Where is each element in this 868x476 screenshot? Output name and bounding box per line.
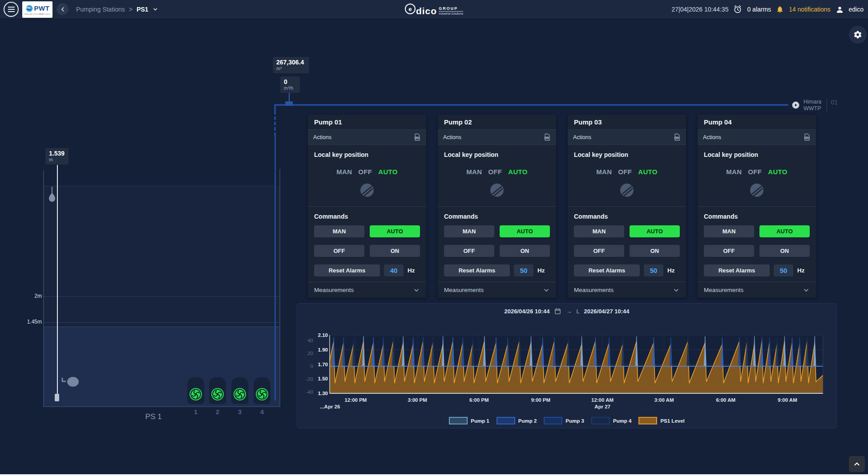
off-command-button[interactable]: OFF [574,245,624,257]
header-right: 27|04|2026 10:44:35 0 alarms 14 notifica… [671,0,864,19]
commands-title: Commands [704,213,810,220]
actions-label: Actions [443,134,461,140]
export-xls-icon[interactable]: XLS [803,133,811,141]
export-xls-icon[interactable]: XLS [543,133,551,141]
key-man: MAN [336,168,352,176]
measurements-expander[interactable]: Measurements [308,282,426,298]
legend-item[interactable]: Pump 3 [544,417,584,424]
man-command-button[interactable]: MAN [314,225,364,237]
legend-item[interactable]: Pump 1 [449,417,489,424]
tank-mark-145m: 1.45m [18,319,42,325]
reset-alarms-button[interactable]: Reset Alarms [574,264,640,276]
on-command-button[interactable]: ON [630,245,680,257]
export-xls-icon[interactable]: XLS [673,133,681,141]
pump-card-title: Pump 01 [308,115,426,130]
legend-label: Pump 3 [565,418,584,424]
key-off: OFF [748,168,762,176]
key-off: OFF [488,168,502,176]
pipe-corner [274,104,276,111]
chevron-down-icon[interactable] [152,6,158,12]
legend-item[interactable]: PS1 Level [638,417,684,424]
scroll-to-top-button[interactable] [849,456,865,472]
key-disabled-icon [704,182,810,198]
settings-button[interactable] [849,26,867,44]
hz-unit-label: Hz [537,267,545,274]
reset-alarms-button[interactable]: Reset Alarms [314,264,380,276]
svg-text:2.10: 2.10 [318,332,328,338]
frequency-input[interactable]: 40 [384,264,404,276]
key-auto-active: AUTO [638,168,657,176]
on-command-button[interactable]: ON [759,245,810,257]
svg-text:9:00 AM: 9:00 AM [778,397,797,403]
destination-code: 01 [831,99,838,106]
pump-unit-2 [209,377,226,404]
frequency-input[interactable]: 50 [774,264,793,276]
reset-alarms-button[interactable]: Reset Alarms [444,264,510,276]
key-disabled-icon [574,182,680,198]
alarm-clock-icon[interactable] [733,5,742,14]
pump-number: 3 [231,408,248,416]
key-auto-active: AUTO [768,168,787,176]
svg-text:40: 40 [307,338,313,343]
svg-text:1.90: 1.90 [318,347,328,352]
alarms-count[interactable]: 0 alarms [747,6,771,13]
edico-e-mark: e [405,4,416,14]
fan-running-icon [255,388,269,401]
on-command-button[interactable]: ON [370,245,420,257]
tank-mark-2m: 2m [18,293,42,299]
man-command-button[interactable]: MAN [704,225,754,237]
key-man: MAN [726,168,742,176]
measurements-expander[interactable]: Measurements [698,282,816,298]
pump-card-3: Pump 03 Actions XLS Local key position M… [568,115,686,298]
export-xls-icon[interactable]: XLS [413,133,421,141]
back-button[interactable] [57,3,69,15]
username-label[interactable]: edico [849,6,864,13]
actions-label: Actions [313,134,331,140]
svg-text:0: 0 [311,364,313,369]
breadcrumb-current[interactable]: PS1 [137,6,148,13]
man-command-button[interactable]: MAN [444,225,494,237]
reset-alarms-button[interactable]: Reset Alarms [704,264,770,276]
notifications-count[interactable]: 14 notifications [789,6,830,13]
pwt-logo[interactable]: PWT A Member of the WABAG Group [22,1,52,18]
breadcrumb-section[interactable]: Pumping Stations [76,6,125,13]
menu-icon[interactable] [4,2,19,17]
legend-item[interactable]: Pump 2 [497,417,537,424]
pwt-wave-icon [25,4,33,12]
chevron-down-icon [803,287,810,294]
local-key-title: Local key position [444,151,550,158]
key-man: MAN [596,168,612,176]
auto-command-button[interactable]: AUTO [630,225,680,237]
destination-divider [827,99,827,113]
svg-text:XLS: XLS [675,137,678,139]
auto-command-button[interactable]: AUTO [759,225,810,237]
fan-running-icon [233,388,246,401]
chevron-up-icon [853,460,861,468]
edico-wordmark: dico [416,7,437,15]
off-command-button[interactable]: OFF [444,245,494,257]
measurements-expander[interactable]: Measurements [438,282,556,298]
auto-command-button[interactable]: AUTO [500,225,550,237]
riser-pipe [275,136,276,400]
on-command-button[interactable]: ON [500,245,550,257]
frequency-input[interactable]: 50 [644,264,663,276]
legend-swatch [497,417,515,424]
svg-text:1.50: 1.50 [318,376,328,381]
top-bar: PWT A Member of the WABAG Group Pumping … [0,0,868,19]
frequency-input[interactable]: 50 [514,264,533,276]
measurements-expander[interactable]: Measurements [568,282,686,298]
user-icon[interactable] [836,5,844,14]
legend-swatch [544,417,562,424]
edico-group-label: GROUP [439,6,458,11]
auto-command-button[interactable]: AUTO [370,225,420,237]
off-command-button[interactable]: OFF [314,245,364,257]
actions-label: Actions [573,134,591,140]
bell-icon[interactable] [776,5,784,13]
legend-item[interactable]: Pump 4 [591,417,632,424]
man-command-button[interactable]: MAN [574,225,624,237]
off-command-button[interactable]: OFF [704,245,754,257]
svg-text:6:00 AM: 6:00 AM [716,397,735,403]
pump-card-title: Pump 02 [438,115,556,130]
pump-number: 4 [254,408,270,416]
svg-text:3:00 PM: 3:00 PM [408,397,427,403]
